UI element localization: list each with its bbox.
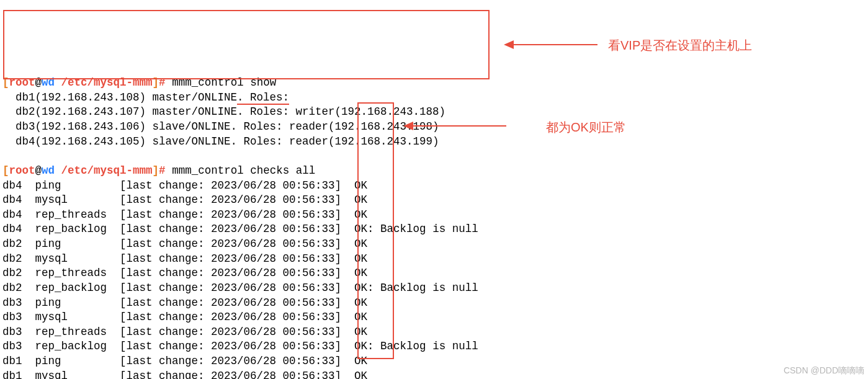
check-suffix: : Backlog is null xyxy=(367,282,478,294)
check-suffix: : Backlog is null xyxy=(367,223,478,235)
command-checks: mmm_control checks all xyxy=(172,164,315,177)
prompt-bracket-close: ] xyxy=(153,164,159,177)
command-show: mmm_control show xyxy=(172,76,276,89)
annotation-ok: 都为OK则正常 xyxy=(546,119,626,136)
prompt-bracket-close: ] xyxy=(153,76,159,89)
prompt-hash: # xyxy=(159,76,172,89)
check-row: db3 rep_backlog [last change: 2023/06/28… xyxy=(2,340,367,352)
prompt-hash: # xyxy=(159,164,172,177)
check-row: db1 mysql [last change: 2023/06/28 00:56… xyxy=(2,370,367,379)
check-row: db4 rep_threads [last change: 2023/06/28… xyxy=(2,208,367,221)
prompt-user: root xyxy=(9,76,35,89)
arrow-line xyxy=(413,125,506,127)
arrow-line xyxy=(514,44,597,45)
prompt-bracket-open: [ xyxy=(2,76,9,89)
prompt-at: @ xyxy=(35,76,42,89)
show-line-1a: db1(192.168.243.108) master/ONLINE xyxy=(2,91,237,104)
show-line-1b: . Roles: xyxy=(237,91,289,105)
prompt-host: wd xyxy=(42,76,55,89)
prompt-user: root xyxy=(9,164,35,177)
check-row: db3 ping [last change: 2023/06/28 00:56:… xyxy=(2,297,367,309)
check-row: db2 ping [last change: 2023/06/28 00:56:… xyxy=(2,238,367,250)
annotation-vip: 看VIP是否在设置的主机上 xyxy=(608,37,752,54)
highlight-box-show-output xyxy=(3,10,490,79)
prompt-host: wd xyxy=(42,164,55,177)
arrow-left-icon xyxy=(504,40,514,49)
prompt-at: @ xyxy=(35,164,42,177)
check-row: db3 mysql [last change: 2023/06/28 00:56… xyxy=(2,311,367,323)
check-row: db2 rep_backlog [last change: 2023/06/28… xyxy=(2,282,367,294)
check-row: db4 ping [last change: 2023/06/28 00:56:… xyxy=(2,179,367,192)
check-suffix: : Backlog is null xyxy=(367,340,478,352)
watermark: CSDN @DDD嘀嘀嘀 xyxy=(784,365,864,377)
check-row: db2 mysql [last change: 2023/06/28 00:56… xyxy=(2,252,367,265)
check-row: db4 rep_backlog [last change: 2023/06/28… xyxy=(2,223,367,235)
prompt-path: /etc/mysql-mmm xyxy=(55,164,153,177)
check-row: db1 ping [last change: 2023/06/28 00:56:… xyxy=(2,355,367,367)
show-line-2: db2(192.168.243.107) master/ONLINE. Role… xyxy=(2,105,445,118)
prompt-path: /etc/mysql-mmm xyxy=(55,76,153,89)
show-line-4: db4(192.168.243.105) slave/ONLINE. Roles… xyxy=(2,135,439,148)
prompt-bracket-open: [ xyxy=(2,164,9,177)
check-row: db4 mysql [last change: 2023/06/28 00:56… xyxy=(2,194,367,206)
show-line-3: db3(192.168.243.106) slave/ONLINE. Roles… xyxy=(2,120,439,133)
check-row: db3 rep_threads [last change: 2023/06/28… xyxy=(2,326,367,338)
arrow-left-icon xyxy=(403,122,413,130)
check-row: db2 rep_threads [last change: 2023/06/28… xyxy=(2,267,367,279)
